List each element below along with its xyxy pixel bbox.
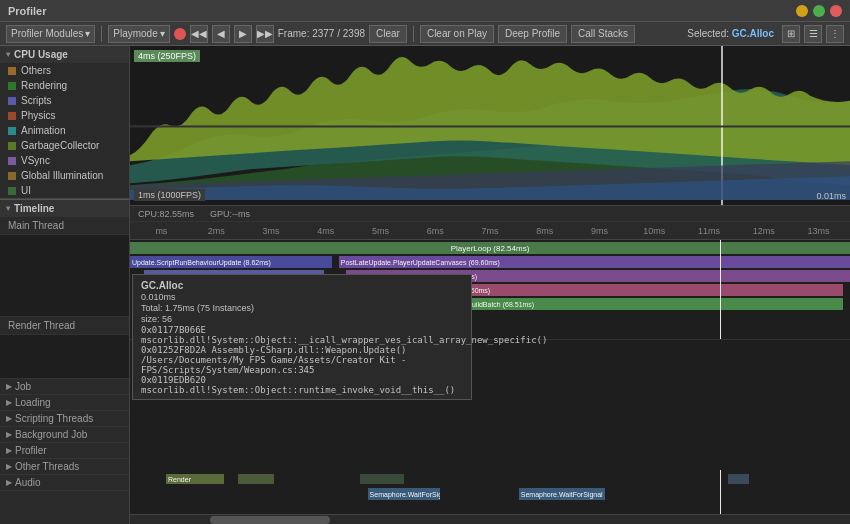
selected-label: Selected: GC.Alloc [687, 28, 774, 39]
close-btn[interactable] [830, 5, 842, 17]
minimize-btn[interactable] [796, 5, 808, 17]
ruler-ms-2: 2ms [189, 226, 244, 236]
other-threads-label: Other Threads [15, 461, 79, 472]
ruler-ms-12: 12ms [736, 226, 791, 236]
behaviour-update-bar: BehaviourUpdate (8.62ms) [144, 270, 324, 282]
call-stacks-button[interactable]: Call Stacks [571, 25, 635, 43]
layout-btn-1[interactable]: ⊞ [782, 25, 800, 43]
main-layout: ▾ CPU Usage Others Rendering Scripts Phy… [0, 46, 850, 524]
cpu-usage-header[interactable]: ▾ CPU Usage [0, 46, 129, 63]
render-bar-1: Render [166, 474, 224, 484]
ruler-markers: ms 2ms 3ms 4ms 5ms 6ms 7ms 8ms 9ms 10ms … [134, 226, 846, 236]
sidebar-item-scripts[interactable]: Scripts [0, 93, 129, 108]
render-semaphore-1: Semaphore.WaitForSignal [368, 488, 440, 500]
cursor-line-render [720, 470, 721, 514]
toolbar-right: Selected: GC.Alloc ⊞ ☰ ⋮ [687, 25, 844, 43]
deep-profile-button[interactable]: Deep Profile [498, 25, 567, 43]
title-bar: Profiler [0, 0, 850, 22]
toolbar-sep-2 [413, 26, 414, 42]
step-next-btn[interactable]: ▶ [234, 25, 252, 43]
sidebar: ▾ CPU Usage Others Rendering Scripts Phy… [0, 46, 130, 524]
playmode-dropdown[interactable]: Playmode ▾ [108, 25, 169, 43]
settings-btn[interactable]: ⋮ [826, 25, 844, 43]
step-fwd-btn[interactable]: ▶▶ [256, 25, 274, 43]
sidebar-item-physics[interactable]: Physics [0, 108, 129, 123]
gi-label: Global Illumination [21, 170, 103, 181]
layout-btn-2[interactable]: ☰ [804, 25, 822, 43]
others-label: Others [21, 65, 51, 76]
player-loop-bar: PlayerLoop (82.54ms) [130, 242, 850, 254]
timeline-label: Timeline [14, 203, 54, 214]
audio-section[interactable]: ▶ Audio [0, 475, 129, 491]
render-thread-spacer [0, 335, 129, 379]
sidebar-item-vsync[interactable]: VSync [0, 153, 129, 168]
ruler-ms-11: 11ms [682, 226, 737, 236]
audio-label: Audio [15, 477, 41, 488]
chart-area[interactable]: 4ms (250FPS) 1ms (1000FPS) 0.01ms [130, 46, 850, 206]
h-scrollbar[interactable] [130, 514, 850, 524]
profiler-expand-icon: ▶ [6, 446, 12, 455]
selected-value: GC.Alloc [732, 28, 774, 39]
scripts-color [8, 97, 16, 105]
canvas-sen-bar: ngine::Canvas.Sen [360, 298, 432, 310]
other-threads-section[interactable]: ▶ Other Threads [0, 459, 129, 475]
loading-section[interactable]: ▶ Loading [0, 395, 129, 411]
thread-rows: PlayerLoop (82.54ms) Update.ScriptRunBeh… [130, 240, 850, 514]
ruler-ms-9: 9ms [572, 226, 627, 236]
timeline-arrow: ▾ [6, 204, 10, 213]
sidebar-item-animation[interactable]: Animation [0, 123, 129, 138]
physics-label: Physics [21, 110, 55, 121]
sidebar-item-ui[interactable]: UI [0, 183, 129, 198]
assembly-bar: Assembly-CSharp.dll::Controller.Update()… [144, 284, 310, 296]
sidebar-item-gc[interactable]: GarbageCollector [0, 138, 129, 153]
maximize-btn[interactable] [813, 5, 825, 17]
window-controls [796, 5, 842, 17]
title-bar-title: Profiler [8, 5, 47, 17]
scripting-section[interactable]: ▶ Scripting Threads [0, 411, 129, 427]
gc-label: GarbageCollector [21, 140, 99, 151]
ruler-ms-13: 13ms [791, 226, 846, 236]
render-thread-row[interactable]: Render Semaphore.WaitForSignal Semaphore… [130, 470, 850, 514]
rendering-label: Rendering [21, 80, 67, 91]
job-label: Job [15, 381, 31, 392]
h-scrollbar-thumb[interactable] [210, 516, 330, 524]
ruler-ms-5: 5ms [353, 226, 408, 236]
bgjob-expand-icon: ▶ [6, 430, 12, 439]
vsync-color [8, 157, 16, 165]
step-prev-btn[interactable]: ◀ [212, 25, 230, 43]
render-semaphore-2: Semaphore.WaitForSignal [519, 488, 605, 500]
scripts-label: Scripts [21, 95, 52, 106]
render-thread-label: Render Thread [0, 317, 129, 335]
frame-label: Frame: 2377 / 2398 [278, 28, 365, 39]
sidebar-item-others[interactable]: Others [0, 63, 129, 78]
sidebar-item-gi[interactable]: Global Illumination [0, 168, 129, 183]
step-back-btn[interactable]: ◀◀ [190, 25, 208, 43]
cpu-stat: CPU:82.55ms [138, 209, 194, 219]
ui-color [8, 187, 16, 195]
job-section[interactable]: ▶ Job [0, 379, 129, 395]
main-thread-label: Main Thread [0, 217, 129, 235]
cpu-usage-section: ▾ CPU Usage Others Rendering Scripts Phy… [0, 46, 129, 199]
profiler-modules-dropdown[interactable]: Profiler Modules ▾ [6, 25, 95, 43]
cpu-usage-label: CPU Usage [14, 49, 68, 60]
sidebar-item-rendering[interactable]: Rendering [0, 78, 129, 93]
ruler-ms-7: 7ms [463, 226, 518, 236]
rendering-color [8, 82, 16, 90]
timeline-header[interactable]: ▾ Timeline [0, 199, 129, 217]
others-color [8, 67, 16, 75]
info-stack2: 0x01252F8D2A Assembly-CSharp.dll::Weapon… [141, 345, 463, 375]
main-thread-row[interactable]: PlayerLoop (82.54ms) Update.ScriptRunBeh… [130, 240, 850, 340]
record-button[interactable] [174, 28, 186, 40]
clear-button[interactable]: Clear [369, 25, 407, 43]
profiler-section[interactable]: ▶ Profiler [0, 443, 129, 459]
bgjob-section[interactable]: ▶ Background Job [0, 427, 129, 443]
scripting-label: Scripting Threads [15, 413, 93, 424]
clear-on-play-button[interactable]: Clear on Play [420, 25, 494, 43]
ruler-ms-3: 3ms [244, 226, 299, 236]
ugui-bar: UGUI.Rendering.UpdateBatches (69.60ms) [353, 284, 843, 296]
profiler-section-label: Profiler [15, 445, 47, 456]
ruler-ms-8: 8ms [517, 226, 572, 236]
update-bar: Update.ScriptRunBehaviourUpdate (8.62ms) [130, 256, 332, 268]
animation-color [8, 127, 16, 135]
go-activate-bar: GameObjectActivate (8.00ms) [144, 298, 302, 310]
